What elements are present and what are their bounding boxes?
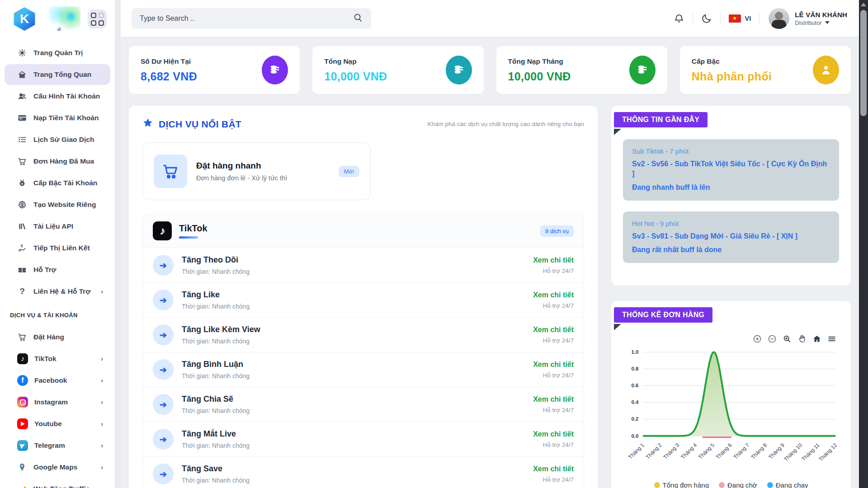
sidebar-item-main-1[interactable]: Trang Tổng Quan <box>5 64 110 85</box>
sidebar-item-main-5[interactable]: Đơn Hàng Đã Mua <box>5 151 110 172</box>
service-time: Thời gian: Nhanh chóng <box>182 442 250 449</box>
sidebar-item-label: Hỗ Trợ <box>33 266 57 274</box>
chart-menu-icon[interactable] <box>827 334 836 343</box>
notifications-bell-icon[interactable] <box>665 13 693 24</box>
hand-dollar-icon: $ <box>17 243 27 253</box>
search-icon[interactable] <box>353 13 363 24</box>
service-title: Tăng Like <box>182 290 250 300</box>
chart-zoom-out-icon[interactable] <box>768 334 777 343</box>
chart-zoom-in-icon[interactable] <box>753 334 762 343</box>
scrollbar-thumb[interactable] <box>860 10 867 116</box>
service-row-2[interactable]: ➔ Tăng Like Kèm View Thời gian: Nhanh ch… <box>143 318 584 352</box>
sidebar-scrollbar[interactable] <box>115 0 121 488</box>
quick-order-card[interactable]: Đặt hàng nhanh Đơn hàng đơn lẻ - Xử lý t… <box>142 142 371 200</box>
window-scrollbar[interactable] <box>859 0 868 488</box>
sidebar-item-main-10[interactable]: Hỗ Trợ <box>5 259 110 280</box>
service-row-6[interactable]: ➔ Tăng Save Thời gian: Nhanh chóng Xem c… <box>143 457 584 488</box>
arrow-right-icon: ➔ <box>153 429 174 450</box>
sidebar-item-main-4[interactable]: Lịch Sử Giao Dịch <box>5 129 110 150</box>
sidebar-item-main-3[interactable]: Nạp Tiền Tài Khoản <box>5 108 110 128</box>
sidebar-item-svc-2[interactable]: fFacebook › <box>5 370 110 391</box>
service-detail-link[interactable]: Xem chi tiết <box>533 361 574 369</box>
service-detail-link[interactable]: Xem chi tiết <box>533 465 574 473</box>
sidebar-item-label: Trang Tổng Quan <box>33 70 91 79</box>
apps-grid-icon[interactable] <box>88 9 107 28</box>
sidebar-item-main-0[interactable]: Trang Quản Trị <box>5 42 110 63</box>
sidebar-item-svc-7[interactable]: Web Tăng Traffic › <box>5 479 110 488</box>
sidebar-item-svc-0[interactable]: Đặt Hàng <box>5 327 110 347</box>
svg-text:0.2: 0.2 <box>631 416 638 422</box>
legend-item[interactable]: Đang chạy <box>767 481 808 488</box>
service-detail-link[interactable]: Xem chi tiết <box>533 430 574 438</box>
service-row-3[interactable]: ➔ Tăng Bình Luận Thời gian: Nhanh chóng … <box>143 352 584 387</box>
language-switcher[interactable]: ★ VI <box>721 14 760 23</box>
notification-line2: Đang nhanh buff là lên <box>632 183 830 192</box>
legend-item[interactable]: Đang chờ <box>719 481 757 488</box>
brand-sparkle-graphic <box>49 6 80 32</box>
stat-card-1[interactable]: Tổng Nạp 10,000 VNĐ <box>312 46 483 94</box>
ribbon-fold <box>614 129 621 135</box>
arrow-right-icon: ➔ <box>153 464 174 484</box>
cart-gray-icon <box>17 332 27 342</box>
svg-text:Tháng 11: Tháng 11 <box>801 442 821 462</box>
sidebar-item-main-8[interactable]: Tài Liệu API <box>5 216 110 237</box>
search-input[interactable] <box>140 14 348 23</box>
dark-mode-moon-icon[interactable] <box>693 13 720 24</box>
sidebar-item-label: Cấu Hình Tài Khoản <box>33 92 100 100</box>
notification-card-1[interactable]: Hot hot - 9 phút Sv3 - Sv81 - Sub Dạng M… <box>623 211 839 263</box>
scrollbar-up-arrow-icon[interactable] <box>861 3 866 6</box>
svg-text:Tháng 6: Tháng 6 <box>715 442 733 460</box>
svg-text:0.0: 0.0 <box>631 433 638 439</box>
quick-order-desc: Đơn hàng đơn lẻ - Xử lý tức thì <box>196 174 287 182</box>
service-row-1[interactable]: ➔ Tăng Like Thời gian: Nhanh chóng Xem c… <box>143 283 584 318</box>
stat-card-3[interactable]: Cấp Bậc Nhà phân phối <box>680 46 851 94</box>
stat-card-0[interactable]: Số Dư Hiện Tại 8,682 VNĐ <box>129 46 300 94</box>
chart-selection-zoom-icon[interactable] <box>783 334 792 343</box>
quick-order-title: Đặt hàng nhanh <box>196 161 287 171</box>
user-name: LÊ VĂN KHÁNH <box>795 11 847 19</box>
sidebar-item-svc-5[interactable]: Telegram › <box>5 435 110 456</box>
traffic-icon <box>17 484 27 488</box>
legend-dot-icon <box>767 482 773 488</box>
sidebar-item-svc-1[interactable]: ♪TikTok › <box>5 348 110 369</box>
stat-cards: Số Dư Hiện Tại 8,682 VNĐ Tổng Nạp 10,000… <box>129 46 851 94</box>
ticket-icon <box>17 265 27 275</box>
sidebar-item-label: Trang Quản Trị <box>33 49 83 57</box>
service-detail-link[interactable]: Xem chi tiết <box>533 326 574 334</box>
stat-card-2[interactable]: Tổng Nạp Tháng 10,000 VNĐ <box>496 46 667 94</box>
service-row-0[interactable]: ➔ Tăng Theo Dõi Thời gian: Nhanh chóng X… <box>143 248 584 283</box>
user-menu[interactable]: LÊ VĂN KHÁNH Distributor <box>760 8 847 29</box>
orders-area-chart[interactable]: 1.00.80.60.40.20.0 Tháng 1Tháng 2Tháng 3… <box>623 345 839 475</box>
service-detail-link[interactable]: Xem chi tiết <box>533 291 574 299</box>
service-detail-link[interactable]: Xem chi tiết <box>533 256 574 264</box>
chart-home-icon[interactable] <box>812 334 821 343</box>
sidebar-item-label: Youtube <box>34 420 62 428</box>
legend-label: Đang chạy <box>776 481 808 488</box>
sidebar-item-main-11[interactable]: ?Liên Hệ & Hỗ Trợ › <box>5 281 110 302</box>
notification-card-0[interactable]: Sub Tiktok - 7 phút Sv2 - Sv56 - Sub Tik… <box>623 139 839 201</box>
sidebar-item-main-7[interactable]: Tạo Website Riêng <box>5 194 110 215</box>
svg-text:0.6: 0.6 <box>631 383 638 388</box>
sidebar-item-svc-3[interactable]: Instagram › <box>5 392 110 413</box>
service-row-5[interactable]: ➔ Tăng Mắt Live Thời gian: Nhanh chóng X… <box>143 422 584 457</box>
main-area: ★ VI LÊ VĂN KHÁNH Distributor <box>121 0 859 488</box>
sidebar-item-svc-6[interactable]: Google Maps › <box>5 457 110 478</box>
sidebar-services-menu: Đặt Hàng ♪TikTok › fFacebook › Instagram… <box>0 322 115 488</box>
sidebar-item-label: Tiếp Thị Liên Kết <box>33 244 90 252</box>
sidebar-item-main-9[interactable]: $Tiếp Thị Liên Kết <box>5 238 110 258</box>
service-time: Thời gian: Nhanh chóng <box>182 268 250 275</box>
service-detail-link[interactable]: Xem chi tiết <box>533 395 574 404</box>
brand-logo[interactable]: K <box>13 7 36 31</box>
service-row-4[interactable]: ➔ Tăng Chia Sẽ Thời gian: Nhanh chóng Xe… <box>143 387 584 422</box>
sidebar-item-svc-4[interactable]: Youtube › <box>5 413 110 434</box>
sidebar-item-main-6[interactable]: Cấp Bậc Tài Khoản <box>5 173 110 193</box>
stat-label: Tổng Nạp Tháng <box>508 57 571 66</box>
legend-item[interactable]: Tổng đơn hàng <box>654 481 709 488</box>
chart-pan-icon[interactable] <box>797 334 807 343</box>
question-icon: ? <box>17 286 27 296</box>
cart-icon <box>17 156 27 166</box>
svg-text:Tháng 2: Tháng 2 <box>645 442 663 460</box>
stat-label: Tổng Nạp <box>324 57 387 66</box>
sidebar-item-main-2[interactable]: Cấu Hình Tài Khoản <box>5 86 110 107</box>
new-badge: Mới <box>339 166 359 177</box>
